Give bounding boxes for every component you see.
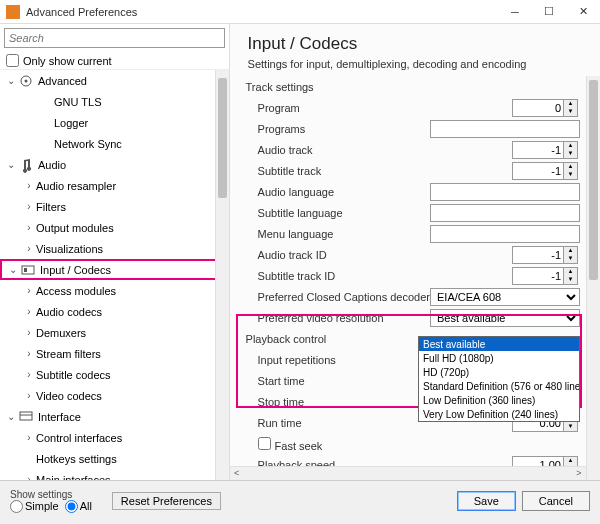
minimize-button[interactable]: ─ xyxy=(498,0,532,24)
spin-down[interactable]: ▼ xyxy=(564,150,577,158)
chevron-down-icon[interactable]: ⌄ xyxy=(6,264,20,275)
scrollbar-thumb[interactable] xyxy=(589,80,598,280)
tree-item[interactable]: ›Video codecs xyxy=(0,385,229,406)
maximize-button[interactable]: ☐ xyxy=(532,0,566,24)
spin-down[interactable]: ▼ xyxy=(564,276,577,284)
text-input[interactable] xyxy=(430,225,580,243)
spin-up[interactable]: ▲ xyxy=(564,163,577,171)
chevron-right-icon[interactable]: › xyxy=(22,348,36,359)
interface-icon xyxy=(18,409,34,425)
setting-row: Audio track▲▼ xyxy=(240,140,580,160)
only-show-current[interactable]: Only show current xyxy=(0,52,229,70)
all-radio[interactable]: All xyxy=(65,500,92,513)
dropdown-option[interactable]: Full HD (1080p) xyxy=(419,351,579,365)
number-input[interactable] xyxy=(512,141,564,159)
tree-item[interactable]: ›Subtitle codecs xyxy=(0,364,229,385)
reset-preferences-button[interactable]: Reset Preferences xyxy=(112,492,221,510)
chevron-down-icon[interactable]: ⌄ xyxy=(4,75,18,86)
chevron-right-icon[interactable]: › xyxy=(22,285,36,296)
spin-down[interactable]: ▼ xyxy=(564,108,577,116)
chevron-right-icon[interactable]: › xyxy=(22,306,36,317)
tree-item[interactable]: ›Stream filters xyxy=(0,343,229,364)
dropdown-option[interactable]: Very Low Definition (240 lines) xyxy=(419,407,579,421)
panel-subtitle: Settings for input, demultiplexing, deco… xyxy=(230,58,600,76)
spin-up[interactable]: ▲ xyxy=(564,100,577,108)
tree-item[interactable]: ›Access modules xyxy=(0,280,229,301)
settings-hscroll[interactable] xyxy=(230,466,586,480)
settings-scrollbar[interactable] xyxy=(586,76,600,480)
dropdown-option[interactable]: Low Definition (360 lines) xyxy=(419,393,579,407)
cancel-button[interactable]: Cancel xyxy=(522,491,590,511)
chevron-right-icon[interactable]: › xyxy=(22,243,36,254)
spin-up[interactable]: ▲ xyxy=(564,142,577,150)
spin-down[interactable]: ▼ xyxy=(564,255,577,263)
chevron-right-icon[interactable]: › xyxy=(22,180,36,191)
number-input[interactable] xyxy=(512,162,564,180)
tree-item[interactable]: ·GNU TLS xyxy=(0,91,229,112)
setting-label: Audio language xyxy=(240,186,430,198)
setting-label: Track settings xyxy=(240,81,580,93)
number-input[interactable] xyxy=(512,246,564,264)
tree-scrollbar[interactable] xyxy=(215,70,229,480)
setting-row: Program▲▼ xyxy=(240,98,580,118)
scrollbar-thumb[interactable] xyxy=(218,78,227,198)
svg-rect-2 xyxy=(22,266,34,274)
chevron-down-icon[interactable]: ⌄ xyxy=(4,411,18,422)
tree-item[interactable]: ›Demuxers xyxy=(0,322,229,343)
save-button[interactable]: Save xyxy=(457,491,516,511)
dropdown-option[interactable]: HD (720p) xyxy=(419,365,579,379)
setting-label: Subtitle track xyxy=(240,165,512,177)
tree-item[interactable]: ›Main interfaces xyxy=(0,469,229,480)
tree-item[interactable]: ›Filters xyxy=(0,196,229,217)
spin-down[interactable]: ▼ xyxy=(564,171,577,179)
chevron-right-icon[interactable]: › xyxy=(22,222,36,233)
close-button[interactable]: ✕ xyxy=(566,0,600,24)
chevron-down-icon[interactable]: ⌄ xyxy=(4,159,18,170)
tree-item[interactable]: ›Audio codecs xyxy=(0,301,229,322)
chevron-right-icon[interactable]: › xyxy=(22,201,36,212)
resolution-dropdown-list[interactable]: Best availableFull HD (1080p)HD (720p)St… xyxy=(418,336,580,422)
chevron-right-icon[interactable]: › xyxy=(22,327,36,338)
input-icon xyxy=(20,262,36,278)
setting-label: Preferred Closed Captions decoder xyxy=(240,291,430,303)
music-icon xyxy=(18,157,34,173)
checkbox[interactable] xyxy=(258,437,271,450)
chevron-right-icon[interactable]: › xyxy=(22,432,36,443)
chevron-right-icon[interactable]: › xyxy=(22,369,36,380)
spin-up[interactable]: ▲ xyxy=(564,268,577,276)
dropdown[interactable]: EIA/CEA 608 xyxy=(430,288,580,306)
only-show-current-checkbox[interactable] xyxy=(6,54,19,67)
setting-label: Subtitle track ID xyxy=(240,270,512,282)
number-input[interactable] xyxy=(512,267,564,285)
tree-item[interactable]: ⌄Audio xyxy=(0,154,229,175)
tree-item[interactable]: ›Output modules xyxy=(0,217,229,238)
setting-label: Programs xyxy=(240,123,430,135)
tree-item[interactable]: ›Control interfaces xyxy=(0,427,229,448)
text-input[interactable] xyxy=(430,183,580,201)
tree-item-label: Audio xyxy=(38,159,66,171)
search-input[interactable] xyxy=(4,28,225,48)
chevron-right-icon[interactable]: › xyxy=(22,390,36,401)
setting-label: Audio track ID xyxy=(240,249,512,261)
window-title: Advanced Preferences xyxy=(26,6,498,18)
simple-radio[interactable]: Simple xyxy=(10,500,59,513)
text-input[interactable] xyxy=(430,120,580,138)
dropdown[interactable]: Best available xyxy=(430,309,580,327)
tree-item[interactable]: ⌄Advanced xyxy=(0,70,229,91)
tree-item[interactable]: ·Hotkeys settings xyxy=(0,448,229,469)
number-input[interactable] xyxy=(512,99,564,117)
tree-item[interactable]: ›Audio resampler xyxy=(0,175,229,196)
tree-item[interactable]: ·Network Sync xyxy=(0,133,229,154)
spin-up[interactable]: ▲ xyxy=(564,457,577,465)
tree-item[interactable]: ⌄Interface xyxy=(0,406,229,427)
tree-item-label: Filters xyxy=(36,201,66,213)
chevron-right-icon[interactable]: › xyxy=(22,474,36,480)
spin-up[interactable]: ▲ xyxy=(564,247,577,255)
dropdown-option[interactable]: Best available xyxy=(419,337,579,351)
dropdown-option[interactable]: Standard Definition (576 or 480 lines) xyxy=(419,379,579,393)
text-input[interactable] xyxy=(430,204,580,222)
spin-down[interactable]: ▼ xyxy=(564,423,577,431)
tree-item[interactable]: ›Visualizations xyxy=(0,238,229,259)
tree-item[interactable]: ·Logger xyxy=(0,112,229,133)
tree-item[interactable]: ⌄Input / Codecs xyxy=(0,259,229,280)
